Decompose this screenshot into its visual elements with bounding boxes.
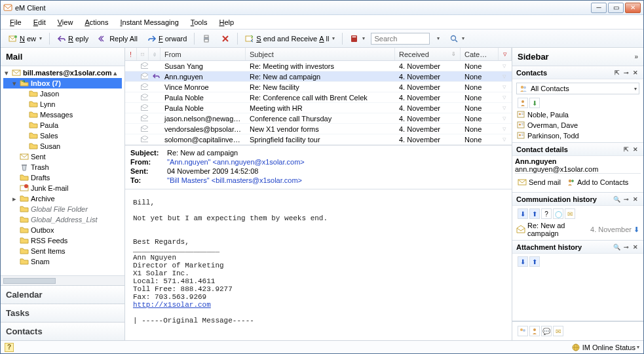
sidebar-collapse-icon[interactable]: »	[634, 53, 638, 60]
folder-tree[interactable]: ▾ bill.masters@x1solar.com ▴ ▾ Inbox (7)…	[1, 66, 124, 275]
im-status-dropdown[interactable]: ▾	[637, 344, 639, 350]
menu-instant-messaging[interactable]: Instant Messaging	[115, 17, 183, 28]
reply-button[interactable]: Reply	[53, 32, 92, 45]
header-envelope-icon[interactable]	[137, 48, 149, 60]
message-row[interactable]: solomon@capitalinvestment.Springfield fa…	[125, 134, 512, 145]
folder-archive[interactable]: ▸Archive	[3, 193, 122, 204]
panel-search-icon[interactable]: 🔍	[613, 195, 621, 203]
contact-view-icon[interactable]	[518, 98, 528, 108]
preview-body-link[interactable]: http://x1solar.com	[133, 301, 211, 309]
panel-close-icon[interactable]: ✕	[631, 195, 639, 203]
menu-edit[interactable]: Edit	[28, 17, 51, 28]
panel-close-icon[interactable]: ✕	[631, 68, 639, 77]
folder-outbox[interactable]: Outbox	[3, 225, 122, 235]
history-chat-icon[interactable]: ◯	[553, 208, 563, 219]
header-flag-icon[interactable]: !	[125, 48, 137, 60]
panel-close-icon[interactable]: ✕	[631, 243, 639, 251]
nav-section-tasks[interactable]: Tasks	[1, 304, 124, 322]
message-row[interactable]: Vince MonroeRe: New facility4. NovemberN…	[125, 82, 512, 92]
add-to-contacts-button[interactable]: Add to Contacts	[566, 178, 628, 187]
folder-snam[interactable]: Snam	[3, 256, 122, 267]
message-row[interactable]: Susan YangRe: Meeting with investors4. N…	[125, 61, 512, 71]
history-sort-up-icon[interactable]: ⬆	[529, 208, 540, 219]
folder-jason[interactable]: Jason	[3, 88, 122, 99]
header-flag[interactable]: ▿	[499, 48, 512, 60]
maximize-button[interactable]: ▭	[608, 3, 624, 13]
contact-list[interactable]: Noble, PaulaOverman, DaveParkinson, Todd	[515, 109, 641, 141]
header-from[interactable]: From	[161, 48, 246, 60]
folder-global-file-folder[interactable]: Global File Folder	[3, 204, 122, 214]
delete-button[interactable]	[217, 32, 234, 45]
panel-popout-icon[interactable]: ⇱	[613, 68, 621, 77]
panel-pin-icon[interactable]: ⊸	[622, 243, 630, 251]
panel-search-icon[interactable]: 🔍	[613, 243, 621, 251]
attach-sort-down-icon[interactable]: ⬇	[518, 256, 528, 267]
folder-trash[interactable]: Trash	[3, 162, 122, 172]
grid-header[interactable]: ! From Subject Received⇩ Cate… ▿	[125, 48, 512, 61]
close-button[interactable]: ✕	[625, 3, 641, 13]
folder-rss-feeds[interactable]: RSS Feeds	[3, 235, 122, 246]
history-sort-down-icon[interactable]: ⬇	[518, 208, 528, 219]
header-subject[interactable]: Subject	[246, 48, 395, 60]
new-button[interactable]: NNewew▾	[5, 32, 46, 45]
im-status-label[interactable]: IM Online Status	[582, 344, 635, 351]
folder-messages[interactable]: Messages	[3, 109, 122, 120]
header-attach-icon[interactable]	[149, 48, 161, 60]
send-receive-button[interactable]: Send and Receive All▾	[241, 32, 339, 45]
account-node[interactable]: ▾ bill.masters@x1solar.com ▴	[3, 68, 122, 78]
contact-row[interactable]: Parkinson, Todd	[515, 130, 641, 141]
folder-inbox[interactable]: ▾ Inbox (7)	[3, 78, 122, 88]
print-button[interactable]	[198, 32, 215, 45]
header-received[interactable]: Received⇩	[395, 48, 461, 60]
minimize-button[interactable]: ─	[591, 3, 607, 13]
contact-sort-icon[interactable]: ⬇	[529, 98, 540, 108]
panel-pin-icon[interactable]: ⊸	[622, 68, 630, 77]
message-row[interactable]: Paula NobleRe: Conference call with Bren…	[125, 92, 512, 103]
folder-sales[interactable]: Sales	[3, 130, 122, 141]
folder-scrollbar[interactable]	[1, 275, 124, 285]
menu-actions[interactable]: Actions	[79, 17, 113, 28]
preview-to[interactable]: "Bill Masters" <bill.masters@x1solar.com…	[167, 176, 302, 184]
message-row[interactable]: vendorsales@bpsolar.comNew X1 vendor for…	[125, 124, 512, 134]
contacts-filter-dropdown[interactable]: All Contacts▾	[516, 83, 639, 94]
forward-button[interactable]: Forward	[143, 32, 191, 45]
menu-help[interactable]: Help	[214, 17, 239, 28]
search-go-button[interactable]: ▾	[445, 32, 468, 45]
message-row[interactable]: jason.nelson@newage.comConference call T…	[125, 113, 512, 124]
footer-mail-icon[interactable]: ✉	[553, 326, 563, 336]
menu-view[interactable]: View	[52, 17, 79, 28]
preview-body[interactable]: Bill, Not yet but I am expecting them by…	[125, 189, 512, 340]
help-button[interactable]: ?	[5, 343, 14, 352]
folder-global-address-list[interactable]: Global_Address_List	[3, 214, 122, 225]
footer-contacts-icon[interactable]	[518, 326, 528, 336]
menu-tools[interactable]: Tools	[185, 17, 213, 28]
panel-pin-icon[interactable]: ⊸	[622, 195, 630, 203]
history-item[interactable]: Re: New ad campaign 4. November ⬇	[515, 220, 641, 239]
search-dropdown-button[interactable]: ▾	[432, 33, 444, 43]
grid-body[interactable]: Susan YangRe: Meeting with investors4. N…	[125, 61, 512, 145]
search-input[interactable]	[371, 33, 430, 45]
nav-section-contacts[interactable]: Contacts	[1, 322, 124, 340]
footer-chat-icon[interactable]: 💬	[541, 326, 552, 336]
message-row[interactable]: Paula NobleMeeting with HR4. NovemberNon…	[125, 103, 512, 113]
header-category[interactable]: Cate…	[461, 48, 499, 60]
send-mail-button[interactable]: Send mail	[518, 178, 561, 187]
folder-paula[interactable]: Paula	[3, 120, 122, 130]
address-book-button[interactable]: ▾	[346, 32, 369, 45]
preview-from[interactable]: "Ann.nguyen" <ann.nguyen@x1solar.com>	[167, 158, 305, 166]
menu-file[interactable]: File	[5, 17, 27, 28]
folder-lynn[interactable]: Lynn	[3, 99, 122, 109]
contact-row[interactable]: Overman, Dave	[515, 120, 641, 130]
message-row[interactable]: Ann.nguyenRe: New ad campaign4. November…	[125, 71, 512, 82]
history-mail-icon[interactable]: ✉	[565, 208, 575, 219]
folder-junk-e-mail[interactable]: Junk E-mail	[3, 183, 122, 193]
reply-all-button[interactable]: Reply All	[94, 32, 142, 45]
footer-user-icon[interactable]	[529, 326, 540, 336]
folder-drafts[interactable]: Drafts	[3, 172, 122, 183]
folder-susan[interactable]: Susan	[3, 141, 122, 151]
contact-row[interactable]: Noble, Paula	[515, 109, 641, 120]
attach-sort-up-icon[interactable]: ⬆	[529, 256, 540, 267]
panel-popout-icon[interactable]: ⇱	[622, 145, 630, 153]
folder-sent[interactable]: Sent	[3, 151, 122, 162]
history-filter-icon[interactable]: ?	[541, 208, 552, 219]
